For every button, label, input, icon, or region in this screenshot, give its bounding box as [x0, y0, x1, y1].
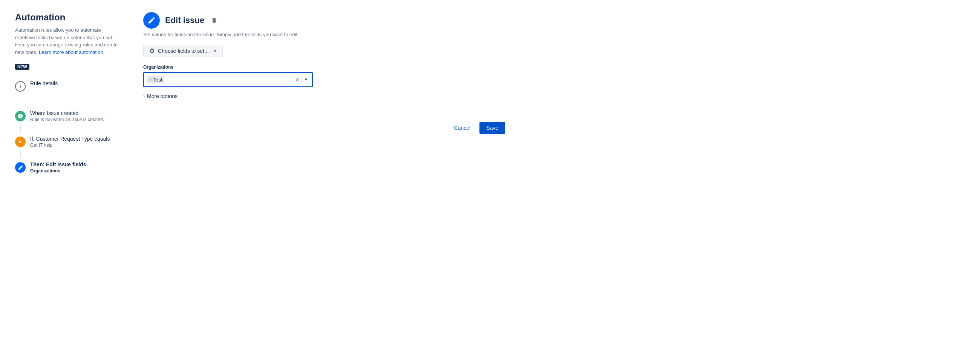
sidebar: Automation Automation rules allow you to… [15, 12, 121, 176]
action-icon [143, 12, 160, 29]
action-header: Edit issue [143, 12, 512, 29]
sidebar-item-rule-details[interactable]: i Rule details [15, 77, 121, 95]
then-subtitle: Organizations [30, 168, 121, 174]
if-content: If: Customer Request Type equals Get IT … [30, 136, 121, 148]
tag-test: × Test [147, 76, 164, 83]
when-content: When: Issue created Rule is run when an … [30, 110, 121, 122]
more-options-label: More options [147, 93, 178, 99]
learn-more-link[interactable]: Learn more about automation [39, 50, 103, 55]
if-icon [15, 136, 25, 147]
more-options-row[interactable]: › More options [143, 93, 512, 99]
page-title: Automation [15, 12, 121, 22]
if-title: If: Customer Request Type equals [30, 136, 121, 142]
main-content: Edit issue Set values for fields on the … [143, 12, 512, 176]
action-description: Set values for fields on the issue. Simp… [143, 32, 512, 37]
page-description: Automation rules allow you to automate r… [15, 26, 121, 56]
organizations-text-input[interactable] [167, 77, 293, 83]
rule-details-title: Rule details [30, 80, 121, 86]
sidebar-item-if[interactable]: If: Customer Request Type equals Get IT … [15, 133, 121, 151]
action-title: Edit issue [165, 16, 204, 25]
tag-value: Test [153, 77, 162, 83]
when-subtitle: Rule is run when an issue is created. [30, 117, 121, 122]
footer-actions: Cancel Save [143, 122, 512, 134]
gear-icon [149, 48, 155, 54]
input-actions: × ▼ [295, 76, 309, 83]
connector-2 [20, 151, 21, 158]
choose-fields-button[interactable]: Choose fields to set... ▼ [143, 45, 223, 57]
when-title: When: Issue created [30, 110, 121, 116]
sidebar-divider [15, 101, 121, 101]
organizations-input-container: × Test × ▼ [143, 72, 313, 87]
then-icon [15, 162, 25, 173]
input-separator [301, 76, 302, 83]
input-clear-button[interactable]: × [295, 76, 300, 83]
sidebar-item-then[interactable]: Then: Edit issue fields Organizations [15, 158, 121, 176]
then-content: Then: Edit issue fields Organizations [30, 161, 121, 174]
new-badge: NEW [15, 64, 29, 70]
info-icon: i [15, 81, 25, 92]
chevron-down-icon: ▼ [213, 49, 217, 53]
save-button[interactable]: Save [479, 122, 505, 134]
connector-1 [20, 125, 21, 133]
organizations-field-label: Organizations [143, 64, 512, 70]
sidebar-item-when[interactable]: When: Issue created Rule is run when an … [15, 107, 121, 125]
chevron-right-icon: › [143, 94, 145, 99]
tag-close-button[interactable]: × [149, 78, 151, 82]
then-title: Then: Edit issue fields [30, 161, 121, 168]
input-dropdown-button[interactable]: ▼ [303, 76, 309, 83]
rule-details-content: Rule details [30, 80, 121, 86]
if-subtitle: Get IT help [30, 142, 121, 148]
delete-action-button[interactable] [210, 16, 219, 25]
when-icon [15, 111, 25, 121]
choose-fields-label: Choose fields to set... [158, 48, 209, 54]
cancel-button[interactable]: Cancel [449, 122, 476, 134]
